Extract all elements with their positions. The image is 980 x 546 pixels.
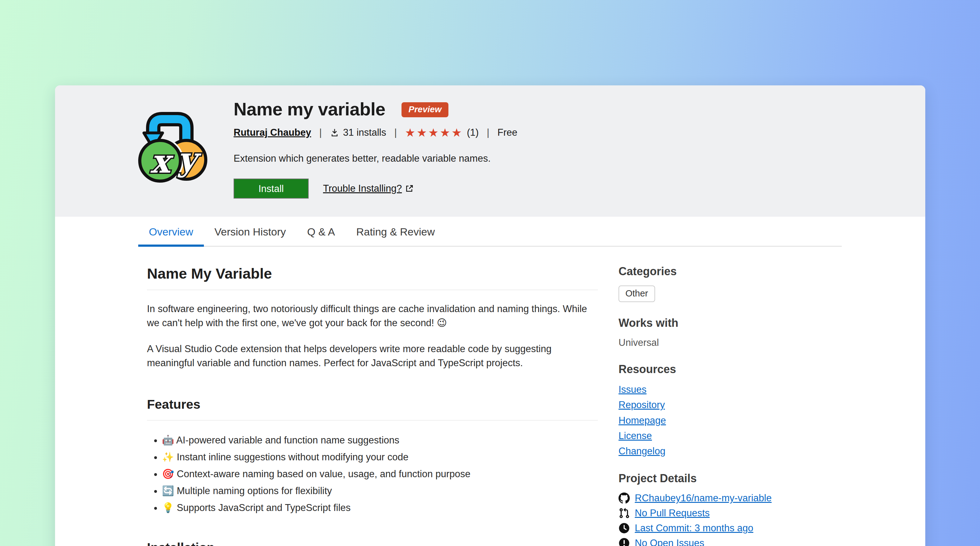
resources-heading: Resources	[619, 363, 851, 376]
rating: ★★★★★ (1)	[405, 127, 479, 138]
star-rating-icons: ★★★★★	[405, 127, 463, 138]
extension-logo-icon: x y	[134, 103, 208, 183]
tab-version-history[interactable]: Version History	[204, 217, 297, 247]
price-label: Free	[498, 127, 517, 138]
resource-link-homepage[interactable]: Homepage	[619, 414, 851, 427]
extension-detail-card: x y Name my variable Preview Ruturaj Cha…	[55, 85, 925, 546]
project-details-heading: Project Details	[619, 472, 851, 485]
tab-overview[interactable]: Overview	[138, 217, 204, 247]
installs-count: 31 installs	[330, 127, 386, 138]
features-heading: Features	[147, 397, 598, 420]
categories-heading: Categories	[619, 265, 851, 278]
features-list: 🤖 AI-powered variable and function name …	[147, 435, 598, 514]
installation-heading: Installation	[147, 540, 598, 546]
trouble-installing-link[interactable]: Trouble Installing?	[323, 183, 414, 194]
clock-icon	[619, 522, 630, 534]
installs-label: 31 installs	[343, 127, 386, 138]
tab-bar: Overview Version History Q & A Rating & …	[55, 217, 925, 247]
pull-requests-link[interactable]: No Pull Requests	[635, 508, 710, 519]
project-detail-row: Last Commit: 3 months ago	[619, 522, 851, 534]
resource-link-issues[interactable]: Issues	[619, 384, 851, 396]
extension-header: x y Name my variable Preview Ruturaj Cha…	[55, 85, 925, 217]
meta-separator: |	[319, 127, 322, 138]
preview-badge: Preview	[401, 102, 449, 117]
extension-short-description: Extension which generates better, readab…	[234, 153, 517, 164]
repository-link[interactable]: RChaubey16/name-my-variable	[635, 492, 772, 504]
resource-link-repository[interactable]: Repository	[619, 399, 851, 411]
project-detail-row: No Pull Requests	[619, 508, 851, 519]
works-with-value: Universal	[619, 337, 851, 349]
feature-item: 🎯 Context-aware naming based on value, u…	[162, 468, 598, 480]
github-icon	[619, 492, 630, 504]
feature-item: 🤖 AI-powered variable and function name …	[162, 435, 598, 446]
project-detail-row: RChaubey16/name-my-variable	[619, 492, 851, 504]
readme-title: Name My Variable	[147, 265, 598, 290]
rating-count: (1)	[467, 127, 479, 138]
readme-paragraph: In software engineering, two notoriously…	[147, 302, 598, 330]
meta-separator: |	[487, 127, 489, 138]
last-commit-link[interactable]: Last Commit: 3 months ago	[635, 522, 753, 534]
readme-paragraph: A Visual Studio Code extension that help…	[147, 342, 598, 370]
categories-section: Categories Other	[619, 265, 851, 302]
meta-separator: |	[394, 127, 397, 138]
download-icon	[330, 128, 339, 137]
open-issues-link[interactable]: No Open Issues	[635, 538, 704, 546]
resources-section: Resources Issues Repository Homepage Lic…	[619, 363, 851, 457]
project-detail-row: No Open Issues	[619, 538, 851, 546]
extension-title: Name my variable	[234, 100, 385, 119]
trouble-installing-label: Trouble Installing?	[323, 183, 402, 194]
readme-content: Name My Variable In software engineering…	[147, 265, 598, 546]
project-details-section: Project Details RChaubey16/name-my-varia…	[619, 472, 851, 546]
feature-item: 💡 Supports JavaScript and TypeScript fil…	[162, 502, 598, 514]
pull-request-icon	[619, 508, 630, 519]
details-sidebar: Categories Other Works with Universal Re…	[619, 265, 851, 546]
category-tag-other[interactable]: Other	[619, 285, 655, 302]
tab-qa[interactable]: Q & A	[296, 217, 345, 247]
extension-meta-row: Ruturaj Chaubey | 31 installs | ★★★★★ (1…	[234, 127, 517, 138]
works-with-section: Works with Universal	[619, 317, 851, 349]
resource-link-changelog[interactable]: Changelog	[619, 445, 851, 457]
issues-icon	[619, 538, 630, 546]
tab-rating-review[interactable]: Rating & Review	[345, 217, 445, 247]
resource-link-license[interactable]: License	[619, 430, 851, 442]
external-link-icon	[405, 184, 414, 193]
feature-item: 🔄 Multiple naming options for flexibilit…	[162, 485, 598, 497]
install-button[interactable]: Install	[234, 178, 309, 199]
publisher-link[interactable]: Ruturaj Chaubey	[234, 127, 311, 138]
works-with-heading: Works with	[619, 317, 851, 330]
feature-item: ✨ Instant inline suggestions without mod…	[162, 451, 598, 463]
